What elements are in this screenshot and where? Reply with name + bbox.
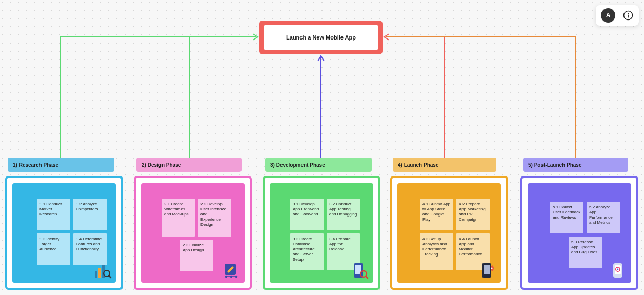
info-icon[interactable] — [622, 10, 634, 21]
phase-inner-5: 5.1 Collect User Feedback and Reviews 5.… — [528, 183, 631, 283]
phase-label: 1) Research Phase — [13, 162, 58, 168]
task-card[interactable]: 4.2 Prepare App Marketing and PR Campaig… — [456, 199, 490, 230]
toolbar: A — [596, 5, 639, 26]
svg-line-16 — [366, 276, 368, 278]
task-card[interactable]: 2.3 Finalize App Design — [180, 240, 213, 271]
phase-box-1[interactable]: 1.1 Conduct Market Research 1.2 Analyze … — [5, 176, 123, 290]
avatar[interactable]: A — [601, 8, 615, 23]
svg-rect-18 — [484, 265, 490, 274]
svg-point-1 — [628, 13, 629, 14]
svg-point-19 — [491, 267, 492, 269]
task-card[interactable]: 1.4 Determine Features and Functionality — [73, 233, 107, 265]
task-card[interactable]: 1.1 Conduct Market Research — [37, 199, 70, 230]
task-card[interactable]: 2.2 Develop User Interface and Experienc… — [198, 199, 231, 237]
root-node[interactable]: Launch a New Mobile App — [259, 21, 383, 54]
diagram-canvas[interactable]: Launch a New Mobile App A 1) Research Ph… — [0, 0, 644, 295]
svg-rect-3 — [95, 271, 97, 278]
phase-header-2[interactable]: 2) Design Phase — [136, 158, 242, 172]
phase-inner-3: 3.1 Develop App Front-end and Back-end 3… — [270, 183, 373, 283]
task-card[interactable]: 1.2 Analyze Competitors — [73, 199, 107, 230]
phase-header-4[interactable]: 4) Launch Phase — [393, 158, 496, 172]
task-card[interactable]: 2.1 Create Wireframes and Mockups — [162, 199, 195, 237]
phase-header-5[interactable]: 5) Post-Launch Phase — [523, 158, 628, 172]
phase-box-4[interactable]: 4.1 Submit App to App Store and Google P… — [390, 176, 508, 290]
phase-inner-2: 2.1 Create Wireframes and Mockups 2.2 De… — [141, 183, 245, 283]
phase-label: 4) Launch Phase — [398, 162, 438, 168]
phase-box-5[interactable]: 5.1 Collect User Feedback and Reviews 5.… — [520, 176, 638, 290]
root-title: Launch a New Mobile App — [264, 25, 378, 50]
svg-point-23 — [617, 269, 619, 270]
phase-label: 2) Design Phase — [142, 162, 181, 168]
phase-inner-4: 4.1 Submit App to App Store and Google P… — [397, 183, 501, 283]
task-card[interactable]: 4.1 Submit App to App Store and Google P… — [420, 199, 453, 230]
phase-box-3[interactable]: 3.1 Develop App Front-end and Back-end 3… — [263, 176, 380, 290]
phase-header-1[interactable]: 1) Research Phase — [8, 158, 114, 172]
svg-rect-4 — [98, 268, 101, 278]
svg-rect-2 — [628, 15, 629, 18]
task-card[interactable]: 5.2 Analyze App Performance and Metrics — [587, 202, 620, 233]
development-icon — [351, 261, 369, 280]
post-launch-icon — [609, 261, 627, 280]
launch-icon — [478, 261, 497, 280]
design-icon — [222, 261, 240, 280]
task-card[interactable]: 3.3 Create Database Architecture and Ser… — [290, 233, 324, 270]
svg-line-7 — [109, 276, 111, 278]
research-icon — [93, 261, 112, 280]
phase-label: 5) Post-Launch Phase — [528, 162, 581, 168]
phase-inner-1: 1.1 Conduct Market Research 1.2 Analyze … — [12, 183, 116, 283]
phase-box-2[interactable]: 2.1 Create Wireframes and Mockups 2.2 De… — [134, 176, 252, 290]
task-card[interactable]: 3.2 Conduct App Testing and Debugging — [327, 199, 360, 230]
task-card[interactable]: 3.1 Develop App Front-end and Back-end — [290, 199, 324, 230]
task-card[interactable]: 5.1 Collect User Feedback and Reviews — [550, 202, 583, 233]
task-card[interactable]: 5.3 Release App Updates and Bug Fixes — [569, 237, 602, 268]
phase-label: 3) Development Phase — [270, 162, 325, 168]
phase-header-3[interactable]: 3) Development Phase — [265, 158, 372, 172]
task-card[interactable]: 4.3 Set up Analytics and Performance Tra… — [420, 233, 453, 270]
task-card[interactable]: 1.3 Identify Target Audience — [37, 233, 70, 265]
